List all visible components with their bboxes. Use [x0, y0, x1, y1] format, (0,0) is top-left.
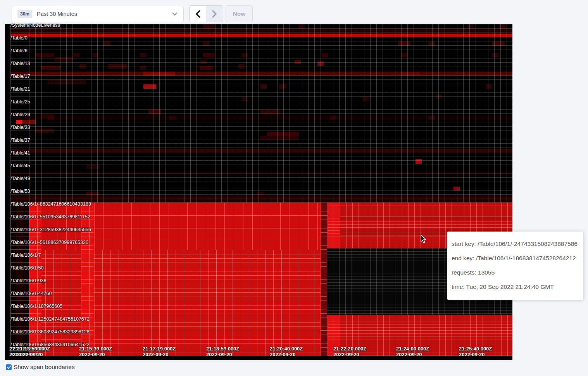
row-label: /Table/106/1/-561886370999765330: [10, 240, 88, 245]
heatmap-region: [35, 53, 54, 57]
heatmap-region: [203, 24, 215, 29]
heatmap-region: [416, 159, 422, 164]
time-range-badge: 30m: [17, 10, 32, 18]
heatmap-region: [454, 187, 460, 191]
heatmap-region: [92, 53, 98, 57]
heatmap-region: [35, 129, 54, 133]
row-label: /Table/21: [10, 86, 30, 92]
time-axis-label: 21:13:59.000Z2022-09-20: [17, 346, 50, 357]
row-label: /Table/106/1/-8632471606610433183: [10, 201, 91, 207]
row-label: /Table/106/1/50: [10, 265, 44, 271]
row-label: /Table/53: [10, 189, 30, 194]
heatmap-region: [267, 132, 299, 136]
heatmap-region: [48, 80, 86, 84]
heatmap-region: [429, 41, 435, 46]
heatmap-region: [81, 203, 93, 356]
row-label: /Table/106/1/3608924758329898128: [10, 329, 90, 335]
span-tooltip: start key: /Table/106/1/-247433150824388…: [447, 232, 583, 300]
heatmap-region: [295, 60, 301, 64]
tooltip-start-key: start key: /Table/106/1/-247433150824388…: [452, 237, 579, 251]
row-label: /Table/17: [10, 74, 30, 79]
row-label: /Table/106/1/1250247484756107672: [10, 316, 90, 322]
heatmap-region: [10, 172, 512, 176]
show-span-boundaries-checkbox[interactable]: [6, 364, 12, 370]
heatmap-region: [41, 114, 54, 118]
heatmap-region: [279, 84, 286, 89]
heatmap-region: [143, 72, 175, 76]
previous-interval-button[interactable]: [190, 6, 206, 22]
key-visualizer-page: { "toolbar": { "range_badge": "30m", "ra…: [0, 0, 588, 376]
heatmap-region: [10, 149, 512, 153]
show-span-boundaries-label[interactable]: Show span boundaries: [14, 364, 75, 371]
time-axis-label: 21:10:39.000Z2022-09-20: [9, 346, 42, 357]
key-visualizer-heatmap[interactable]: /System/NodeLiveness/Table/0/Table/6/Tab…: [0, 0, 588, 376]
heatmap-region: [203, 41, 209, 46]
heatmap-region: [10, 200, 512, 203]
heatmap-region: [10, 196, 512, 200]
heatmap-region: [103, 41, 110, 46]
chevron-right-icon: [212, 10, 217, 18]
heatmap-region: [29, 203, 41, 356]
heatmap-region: [23, 203, 29, 356]
time-axis-label: 21:22:20.000Z2022-09-20: [333, 346, 366, 357]
heatmap-region: [238, 64, 245, 69]
row-label: /Table/25: [10, 99, 30, 105]
span-boundaries-row: Show span boundaries: [6, 364, 75, 371]
row-label: /Table/106/1/44760: [10, 291, 52, 296]
heatmap-region: [143, 84, 156, 89]
heatmap-region: [86, 192, 99, 196]
heatmap-region: [328, 203, 340, 248]
row-label: /Table/33: [10, 125, 30, 130]
row-label: /Table/106/1/-3128593822440635556: [10, 227, 91, 232]
heatmap-region: [260, 110, 279, 114]
time-axis-label: 21:20:40.000Z2022-09-20: [270, 346, 303, 357]
heatmap-region: [10, 72, 512, 76]
heatmap-region: [298, 24, 305, 29]
heatmap-region: [200, 60, 207, 64]
row-label: /Table/106/1/6856844354106641522: [10, 342, 90, 347]
heatmap-region: [241, 97, 248, 101]
heatmap-region: [317, 62, 324, 66]
row-label: /Table/49: [10, 176, 30, 181]
heatmap-region: [10, 116, 512, 120]
heatmap-region: [5, 24, 512, 360]
heatmap-region: [108, 64, 127, 69]
heatmap-region: [260, 84, 267, 89]
time-axis-label: 21:17:19.000Z2022-09-20: [143, 346, 176, 357]
time-range-select[interactable]: 30m Past 30 Minutes: [12, 6, 184, 22]
heatmap-region: [328, 315, 512, 356]
heatmap-region: [257, 192, 264, 196]
time-axis-label: 21:24:00.000Z2022-09-20: [396, 346, 429, 357]
heatmap-region: [16, 120, 22, 124]
heatmap-region: [73, 53, 79, 57]
time-range-label: Past 30 Minutes: [37, 11, 77, 17]
heatmap-region: [41, 66, 60, 70]
row-label: /Table/106/1/936: [10, 278, 46, 283]
heatmap-region: [328, 315, 340, 356]
row-label: /Table/13: [10, 61, 30, 66]
heatmap-region: [492, 53, 498, 57]
heatmap-region: [29, 203, 321, 250]
row-label: /Table/106/1/187965605: [10, 304, 62, 309]
heatmap-region: [10, 34, 512, 37]
heatmap-region: [148, 110, 161, 114]
toolbar: 30m Past 30 Minutes Now: [0, 0, 588, 24]
row-label: /Table/106/1/7: [10, 252, 41, 258]
heatmap-region: [321, 203, 328, 356]
row-label: /Table/6: [10, 48, 28, 53]
heatmap-region: [322, 53, 328, 57]
heatmap-region: [54, 57, 73, 62]
tooltip-requests: requests: 13055: [452, 265, 579, 280]
heatmap-region: [340, 216, 512, 220]
heatmap-region: [492, 41, 505, 46]
heatmap-region: [330, 116, 336, 120]
time-axis-label: 21:25:40.000Z2022-09-20: [459, 346, 492, 357]
heatmap-region: [10, 29, 512, 34]
time-axis-label: 21:12:19.000Z2022-09-20: [13, 346, 46, 357]
time-axis-label: 21:15:39.000Z2022-09-20: [79, 346, 112, 357]
heatmap-region: [398, 41, 410, 46]
row-label: /Table/29: [10, 112, 30, 117]
time-nav-group: [189, 5, 223, 22]
next-interval-button[interactable]: [206, 6, 223, 22]
now-button[interactable]: Now: [226, 5, 253, 22]
